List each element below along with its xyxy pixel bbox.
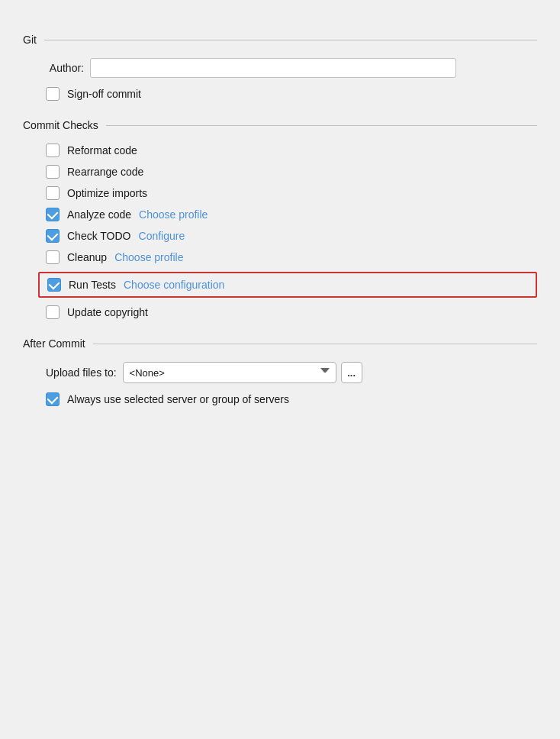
commit-checks-section-header: Commit Checks	[23, 119, 537, 131]
analyze-label: Analyze code	[67, 208, 131, 221]
dropdown-arrow-icon	[320, 368, 330, 377]
commit-checks-title: Commit Checks	[23, 119, 106, 131]
cleanup-choose-profile-link[interactable]: Choose profile	[114, 251, 183, 263]
upload-row: Upload files to: <None> ...	[38, 362, 537, 383]
commit-checks-list: Reformat code Rearrange code Optimize im…	[23, 144, 537, 319]
list-item: Rearrange code	[38, 165, 537, 179]
list-item: Analyze code Choose profile	[38, 208, 537, 221]
ellipsis-button[interactable]: ...	[341, 362, 362, 383]
check-todo-checkbox[interactable]	[46, 229, 60, 243]
always-use-label: Always use selected server or group of s…	[67, 393, 289, 405]
sign-off-checkbox[interactable]	[46, 87, 60, 101]
list-item: Reformat code	[38, 144, 537, 157]
reformat-label: Reformat code	[67, 144, 137, 157]
sign-off-row: Sign-off commit	[38, 87, 537, 101]
cleanup-checkbox[interactable]	[46, 250, 60, 264]
check-todo-configure-link[interactable]: Configure	[139, 230, 185, 242]
author-row: Author:	[38, 58, 537, 78]
git-section-header: Git	[23, 34, 537, 46]
analyze-checkbox[interactable]	[46, 208, 60, 221]
analyze-choose-profile-link[interactable]: Choose profile	[139, 208, 208, 221]
after-commit-line	[93, 344, 537, 344]
rearrange-label: Rearrange code	[67, 166, 143, 178]
upload-dropdown[interactable]: <None>	[123, 362, 336, 383]
author-input[interactable]	[90, 58, 456, 78]
always-use-row: Always use selected server or group of s…	[38, 392, 537, 406]
run-tests-label: Run Tests	[69, 279, 116, 291]
commit-checks-line	[106, 125, 537, 126]
author-label: Author:	[38, 62, 84, 74]
run-tests-checkbox[interactable]	[47, 278, 61, 292]
run-tests-row: Run Tests Choose configuration	[38, 272, 537, 298]
optimize-label: Optimize imports	[67, 187, 147, 199]
run-tests-choose-config-link[interactable]: Choose configuration	[124, 279, 224, 291]
git-section-title: Git	[23, 34, 44, 46]
reformat-checkbox[interactable]	[46, 144, 60, 157]
list-item: Check TODO Configure	[38, 229, 537, 243]
upload-dropdown-value: <None>	[130, 367, 314, 379]
list-item: Cleanup Choose profile	[38, 250, 537, 264]
update-copyright-label: Update copyright	[67, 306, 148, 318]
sign-off-label: Sign-off commit	[67, 88, 141, 100]
list-item: Optimize imports	[38, 186, 537, 200]
check-todo-label: Check TODO	[67, 230, 131, 242]
optimize-checkbox[interactable]	[46, 186, 60, 200]
after-commit-section-header: After Commit	[23, 337, 537, 350]
rearrange-checkbox[interactable]	[46, 165, 60, 179]
upload-label: Upload files to:	[46, 366, 117, 379]
git-section-line	[44, 40, 537, 40]
always-use-checkbox[interactable]	[46, 392, 60, 406]
update-copyright-checkbox[interactable]	[46, 305, 60, 319]
after-commit-title: After Commit	[23, 337, 93, 350]
cleanup-label: Cleanup	[67, 251, 107, 263]
list-item: Update copyright	[38, 305, 537, 319]
